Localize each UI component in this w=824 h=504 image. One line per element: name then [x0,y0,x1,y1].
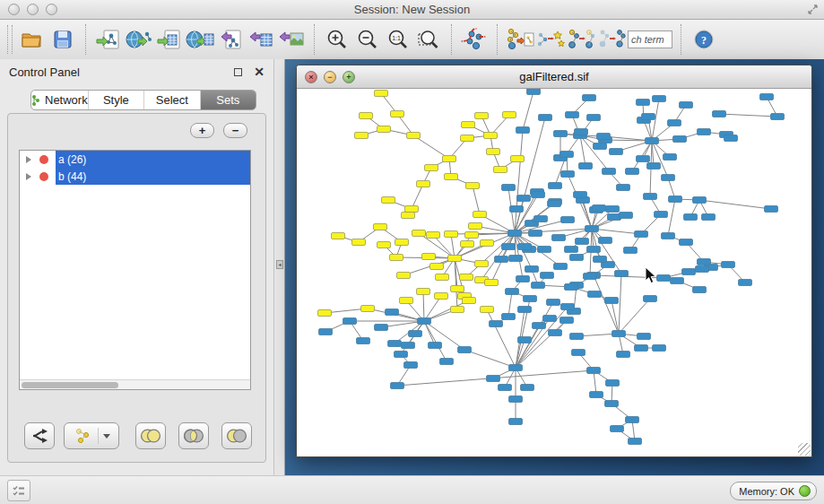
first-neighbors-icon [536,28,565,51]
import-table-url-button[interactable] [186,24,214,55]
import-network-url-button[interactable] [125,24,153,55]
hide-selected-button[interactable] [597,24,626,55]
show-selected-button[interactable] [567,24,595,55]
first-neighbors-button[interactable] [536,24,565,55]
window-resize-icon[interactable] [807,3,819,19]
export-image-icon [279,29,304,50]
save-session-button[interactable] [48,24,77,55]
zoom-actual-icon: 1:1 [387,29,409,50]
set-color-icon [39,172,48,181]
set-list-item[interactable]: a (26) [20,151,250,168]
intersect-sets-button[interactable] [178,422,209,449]
control-panel: Control Panel ✕ Network Style Select Set… [0,59,274,475]
row-gutter [20,172,56,181]
network-window-titlebar[interactable]: × − + galFiltered.sif [297,65,811,89]
export-network-button[interactable] [216,24,245,55]
button-divider [98,428,99,444]
venn-union-icon [139,428,162,444]
window-resize-grip[interactable] [798,443,811,456]
split-arrows-icon [30,428,48,444]
apply-layout-button[interactable] [460,24,489,55]
import-table-file-icon [157,29,182,50]
expand-triangle-icon[interactable] [26,173,31,180]
union-sets-button[interactable] [135,422,166,449]
import-network-file-icon [96,29,121,50]
task-history-button[interactable] [7,480,30,501]
tab-select[interactable]: Select [144,91,200,109]
main-toolbar: 1:1 ? [0,20,824,59]
svg-text:?: ? [701,34,707,47]
open-session-button[interactable] [18,24,47,55]
sets-list[interactable]: a (26)b (44) [19,150,251,390]
network-canvas[interactable] [297,89,811,456]
control-panel-tabs: Network Style Select Sets [30,90,256,110]
toolbar-separator [314,24,315,55]
tab-style[interactable]: Style [89,91,144,109]
memory-status-button[interactable]: Memory: OK [730,482,817,500]
control-panel-title: Control Panel [9,65,234,79]
svg-text:1:1: 1:1 [392,35,401,41]
set-label[interactable]: a (26) [56,151,250,168]
network-canvas-svg [297,89,811,456]
status-bar: Memory: OK [0,475,824,504]
import-network-file-button[interactable] [94,24,123,55]
toolbar-separator [681,24,681,55]
tab-network-label: Network [45,93,88,107]
memory-ok-indicator [799,485,811,497]
zoom-selected-icon [417,29,440,50]
set-color-icon [39,155,48,164]
network-tab-icon [31,94,40,107]
zoom-out-icon [357,29,378,50]
panel-collapse-handle[interactable]: ◂ [276,260,283,269]
horizontal-scrollbar[interactable] [20,379,250,389]
zoom-selected-button[interactable] [414,24,443,55]
export-network-icon [219,29,242,50]
expand-triangle-icon[interactable] [26,156,31,163]
mdi-desktop: × − + galFiltered.sif [285,59,824,475]
float-panel-icon[interactable] [234,68,242,76]
network-view-window[interactable]: × − + galFiltered.sif [296,65,812,457]
zoom-out-button[interactable] [353,24,382,55]
sets-panel: + − a (26)b (44) [7,113,266,463]
search-input[interactable] [628,30,672,48]
export-table-icon [249,29,273,50]
import-network-url-icon [126,29,152,50]
network-window-title: galFiltered.sif [297,70,811,83]
export-table-button[interactable] [247,24,275,55]
network-from-selection-button[interactable] [506,24,534,55]
import-table-file-button[interactable] [155,24,184,55]
memory-status-label: Memory: OK [739,486,794,497]
add-set-button[interactable]: + [190,123,214,138]
import-table-url-icon [186,29,214,50]
close-panel-icon[interactable]: ✕ [254,65,265,78]
toolbar-separator [497,24,498,55]
help-button[interactable]: ? [690,24,718,55]
scrollbar-thumb[interactable] [22,382,118,388]
toolbar-separator [451,24,452,55]
dropdown-caret-icon [103,434,110,439]
panel-splitter[interactable]: ◂ [274,59,285,475]
hide-selected-icon [597,28,626,51]
split-sets-button[interactable] [24,422,55,449]
tab-network[interactable]: Network [31,91,89,109]
remove-set-button[interactable]: − [223,123,247,138]
export-image-button[interactable] [277,24,306,55]
network-from-selection-icon [506,28,534,51]
toolbar-drag-handle[interactable] [7,25,13,54]
zoom-in-button[interactable] [323,24,351,55]
tab-sets[interactable]: Sets [201,91,256,109]
show-selected-icon [567,28,595,51]
create-set-menu-button[interactable] [64,422,119,449]
set-label[interactable]: b (44) [56,168,250,185]
mouse-cursor [645,266,657,284]
difference-sets-button[interactable] [221,422,252,449]
venn-intersection-icon [182,428,205,444]
zoom-actual-button[interactable]: 1:1 [384,24,412,55]
toolbar-separator [85,24,86,55]
save-icon [53,30,73,49]
help-icon: ? [693,29,715,50]
apply-layout-icon [461,28,488,51]
zoom-in-icon [326,29,348,50]
set-list-item[interactable]: b (44) [20,168,250,185]
task-list-icon [13,485,25,496]
